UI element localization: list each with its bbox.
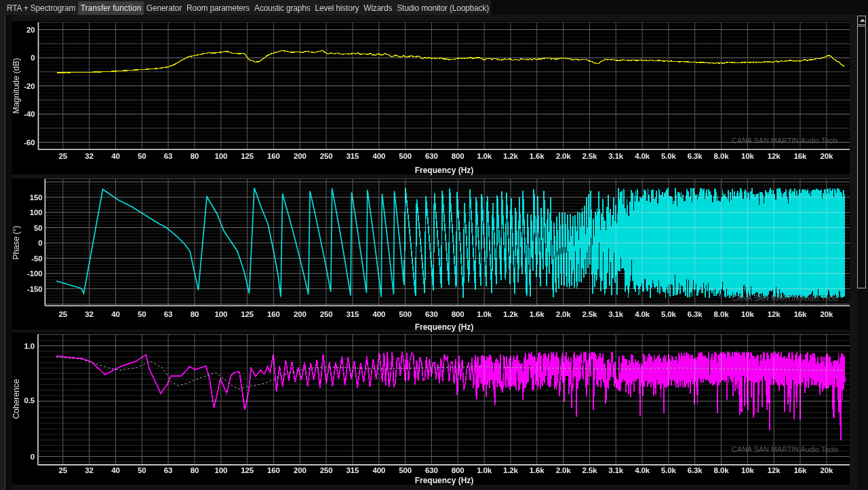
svg-text:1.0k: 1.0k	[477, 466, 492, 474]
svg-text:0: 0	[31, 453, 35, 461]
svg-text:32: 32	[85, 466, 94, 474]
svg-text:10k: 10k	[741, 466, 754, 474]
svg-text:20k: 20k	[821, 466, 833, 474]
svg-text:50: 50	[138, 466, 146, 474]
svg-text:800: 800	[452, 466, 465, 474]
svg-text:250: 250	[320, 466, 333, 474]
svg-text:315: 315	[347, 466, 359, 474]
svg-text:5.0k: 5.0k	[661, 466, 677, 474]
svg-text:400: 400	[372, 466, 385, 474]
svg-text:6.3k: 6.3k	[688, 466, 703, 474]
svg-text:63: 63	[164, 466, 173, 474]
svg-text:630: 630	[425, 466, 438, 474]
svg-text:25: 25	[59, 466, 68, 474]
svg-text:200: 200	[294, 466, 307, 474]
svg-text:160: 160	[267, 466, 280, 474]
svg-text:12k: 12k	[768, 466, 781, 474]
svg-text:2.0k: 2.0k	[556, 466, 572, 474]
svg-text:500: 500	[399, 466, 412, 474]
svg-text:Frequency (Hz): Frequency (Hz)	[415, 476, 474, 485]
svg-text:1.2k: 1.2k	[503, 466, 519, 474]
svg-text:Coherence: Coherence	[12, 379, 21, 419]
svg-text:16k: 16k	[794, 466, 807, 474]
svg-text:80: 80	[191, 466, 199, 474]
svg-text:100: 100	[214, 466, 227, 474]
svg-text:1.6k: 1.6k	[530, 466, 545, 474]
svg-text:2.5k: 2.5k	[583, 466, 598, 474]
svg-text:125: 125	[241, 466, 254, 474]
svg-text:0.5: 0.5	[24, 396, 35, 404]
svg-text:40: 40	[111, 466, 120, 474]
svg-text:3.1k: 3.1k	[608, 466, 624, 474]
svg-text:4.0k: 4.0k	[635, 466, 650, 474]
svg-text:1.0: 1.0	[24, 342, 35, 350]
svg-text:8.0k: 8.0k	[714, 466, 730, 474]
